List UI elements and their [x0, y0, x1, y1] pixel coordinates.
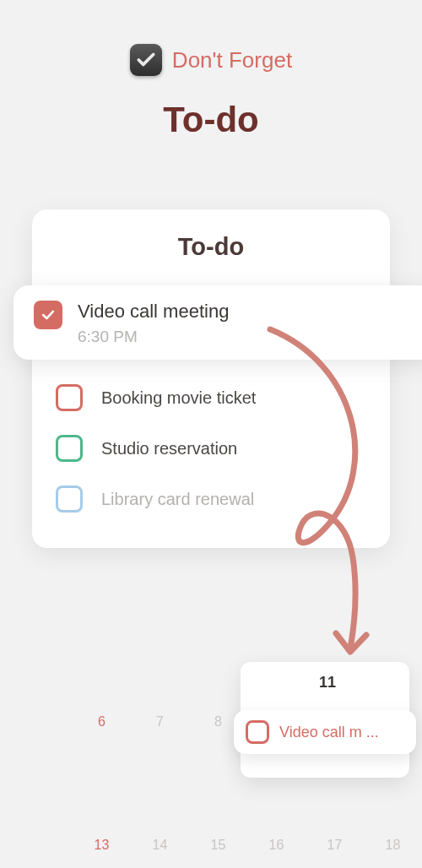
calendar-cell[interactable]: 6: [73, 709, 131, 773]
calendar-cell[interactable]: 14: [131, 833, 189, 868]
calendar-cell[interactable]: 15: [189, 833, 247, 868]
calendar-event-card[interactable]: 11 Video call m ...: [241, 662, 409, 778]
calendar-cell[interactable]: 13: [73, 833, 131, 868]
calendar-event-date: 11: [252, 674, 403, 692]
task-label: Library card renewal: [101, 490, 254, 509]
task-row[interactable]: Booking movie ticket: [56, 372, 366, 423]
checkmark-icon: [135, 49, 157, 71]
todo-card: To-do Booking movie ticket Studio reserv…: [32, 209, 390, 548]
app-header: Don't Forget: [0, 0, 422, 76]
calendar-cell[interactable]: 16: [247, 833, 306, 868]
checkbox-icon[interactable]: [56, 384, 83, 411]
checkbox-icon[interactable]: [246, 720, 269, 744]
app-name: Don't Forget: [172, 47, 292, 73]
calendar-cell[interactable]: 7: [131, 709, 189, 773]
task-row[interactable]: Library card renewal: [56, 474, 366, 524]
task-label: Studio reservation: [101, 439, 237, 458]
app-icon: [130, 44, 162, 76]
checkbox-icon[interactable]: [56, 435, 83, 462]
highlight-text: Video call meeting 6:30 PM: [78, 301, 417, 346]
highlight-title: Video call meeting: [78, 301, 417, 323]
page-title: To-do: [0, 100, 422, 140]
task-row[interactable]: Studio reservation: [56, 423, 366, 474]
calendar-event-item[interactable]: Video call m ...: [234, 710, 416, 754]
highlight-task[interactable]: Video call meeting 6:30 PM: [14, 285, 422, 360]
calendar-cell[interactable]: 17: [306, 833, 364, 868]
card-title: To-do: [32, 233, 390, 261]
calendar-cell[interactable]: 18: [364, 833, 422, 868]
checkbox-icon[interactable]: [56, 486, 83, 513]
highlight-time: 6:30 PM: [78, 328, 417, 346]
checkbox-checked-icon[interactable]: [34, 301, 62, 329]
calendar-event-label: Video call m ...: [279, 724, 379, 741]
task-list: Booking movie ticket Studio reservation …: [32, 372, 390, 524]
task-label: Booking movie ticket: [101, 388, 256, 408]
